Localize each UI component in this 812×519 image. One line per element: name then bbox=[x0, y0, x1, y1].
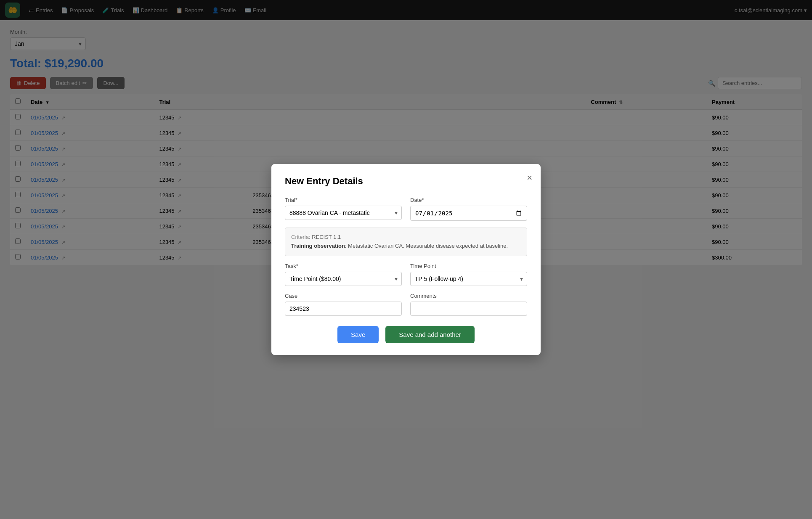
modal-title: New Entry Details bbox=[285, 176, 527, 187]
trial-group: Trial* 88888 Ovarian CA - metastatic bbox=[285, 197, 402, 221]
criteria-value: RECIST 1.1 bbox=[312, 234, 341, 240]
training-value: Metastatic Ovarian CA. Measurable diseas… bbox=[348, 243, 508, 249]
task-select-wrap: Time Point ($80.00) bbox=[285, 272, 402, 274]
timepoint-group: Time Point TP 5 (Follow-up 4) bbox=[410, 263, 527, 274]
timepoint-select[interactable]: TP 5 (Follow-up 4) bbox=[410, 272, 527, 274]
close-button[interactable]: × bbox=[527, 172, 532, 183]
timepoint-select-wrap: TP 5 (Follow-up 4) bbox=[410, 272, 527, 274]
criteria-box: Criteria: RECIST 1.1 Training observatio… bbox=[285, 228, 527, 256]
trial-select[interactable]: 88888 Ovarian CA - metastatic bbox=[285, 206, 402, 220]
trial-date-row: Trial* 88888 Ovarian CA - metastatic Dat… bbox=[285, 197, 527, 221]
trial-label: Trial* bbox=[285, 197, 402, 203]
new-entry-modal: × New Entry Details Trial* 88888 Ovarian… bbox=[271, 164, 541, 274]
trial-select-wrap: 88888 Ovarian CA - metastatic bbox=[285, 206, 402, 220]
date-input[interactable] bbox=[410, 206, 527, 221]
task-group: Task* Time Point ($80.00) bbox=[285, 263, 402, 274]
date-group: Date* bbox=[410, 197, 527, 221]
criteria-label: Criteria bbox=[291, 234, 309, 240]
task-label: Task* bbox=[285, 263, 402, 269]
training-label: Training observation bbox=[291, 243, 345, 249]
date-label: Date* bbox=[410, 197, 527, 203]
task-timepoint-row: Task* Time Point ($80.00) Time Point TP … bbox=[285, 263, 527, 274]
timepoint-label: Time Point bbox=[410, 263, 527, 269]
modal-overlay: × New Entry Details Trial* 88888 Ovarian… bbox=[0, 0, 812, 274]
task-select[interactable]: Time Point ($80.00) bbox=[285, 272, 402, 274]
